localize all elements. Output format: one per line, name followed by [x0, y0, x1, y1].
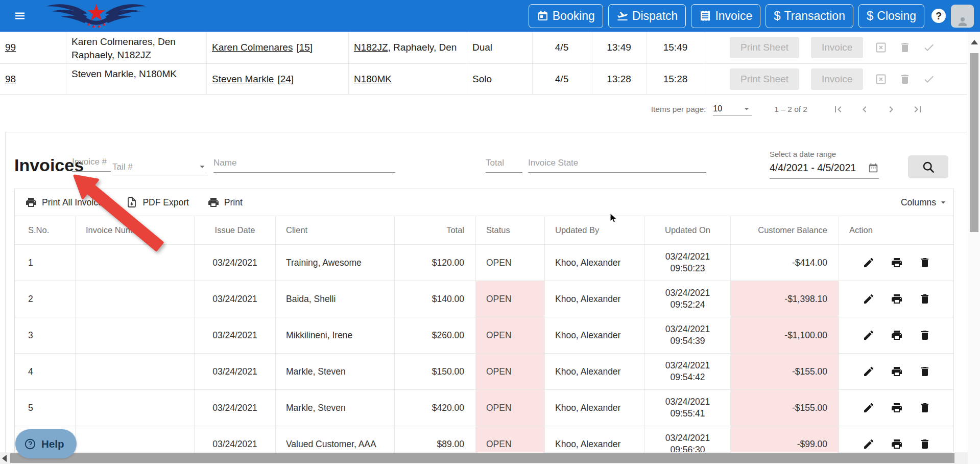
edit-invoice-button[interactable]	[863, 402, 875, 414]
last-page-button[interactable]	[904, 99, 931, 120]
delete-booking-button[interactable]	[899, 73, 911, 85]
check-icon	[923, 41, 935, 54]
help-button[interactable]: Help	[15, 429, 77, 458]
checkin-booking-button[interactable]	[923, 73, 935, 85]
updated-on-cell: 03/24/202109:52:24	[645, 281, 731, 317]
checkin-booking-button[interactable]	[923, 41, 935, 54]
booking-id-link[interactable]: 98	[5, 74, 16, 85]
print-invoice-button[interactable]	[891, 293, 903, 305]
aircraft-link[interactable]: N182JZ	[354, 42, 388, 53]
calendar-icon	[537, 10, 549, 22]
booking-actions-cell: Print SheetInvoice	[705, 32, 967, 63]
delete-invoice-button[interactable]	[919, 438, 931, 450]
person-icon	[957, 15, 969, 28]
print-invoice-button[interactable]	[891, 402, 903, 414]
total-cell: $260.00	[395, 317, 476, 353]
cancel-booking-button[interactable]	[875, 73, 887, 85]
aircraft-others: , Raphaely, Den	[388, 42, 457, 53]
booking-id-link[interactable]: 99	[5, 42, 16, 53]
delete-booking-button[interactable]	[899, 41, 911, 54]
date-range-field[interactable]: Select a date range 4/4/2021 - 4/5/2021	[770, 150, 879, 179]
delete-invoice-button[interactable]	[919, 402, 931, 414]
columns-dropdown[interactable]: Columns	[901, 197, 948, 208]
svg-text:★: ★	[102, 22, 106, 27]
horizontal-scroll-thumb[interactable]	[10, 453, 954, 463]
top-navigation: BookingDispatchInvoice$Transaction$Closi…	[529, 4, 924, 28]
nav-button-dispatch[interactable]: Dispatch	[608, 4, 686, 28]
printer-icon	[25, 196, 37, 208]
booking-id-cell: 98	[0, 64, 66, 94]
invoice-state-input[interactable]	[528, 158, 706, 173]
delete-invoice-button[interactable]	[919, 329, 931, 341]
scroll-left-arrow[interactable]	[2, 455, 7, 462]
delete-invoice-button[interactable]	[919, 365, 931, 378]
search-button[interactable]	[908, 155, 948, 178]
horizontal-scrollbar[interactable]	[0, 452, 968, 464]
pencil-icon	[863, 438, 875, 450]
search-icon	[921, 160, 936, 174]
scroll-up-arrow[interactable]	[971, 40, 978, 44]
menu-button[interactable]	[8, 4, 32, 28]
invoice-number-cell	[76, 354, 195, 389]
help-icon[interactable]: ?	[931, 9, 946, 23]
booking-client-link[interactable]: Karen Colmenares	[212, 42, 293, 53]
chevron-right-button[interactable]	[878, 99, 904, 120]
updated-by-cell: Khoo, Alexander	[545, 245, 645, 281]
updated-on-time: 09:54:39	[670, 335, 705, 347]
column-header: Issue Date	[195, 216, 276, 244]
edit-invoice-button[interactable]	[863, 257, 875, 269]
client-cell: Baida, Shelli	[276, 281, 395, 317]
printer-icon	[891, 293, 903, 305]
nav-button-booking[interactable]: Booking	[529, 4, 603, 28]
booking-client-count-link[interactable]: [15]	[296, 42, 313, 53]
avatar[interactable]	[951, 5, 974, 28]
close-box-icon	[875, 73, 887, 85]
edit-invoice-button[interactable]	[863, 293, 875, 305]
trash-icon	[919, 257, 931, 269]
edit-invoice-button[interactable]	[863, 329, 875, 341]
booking-aircraft-cell: N182JZ, Raphaely, Den	[349, 32, 467, 63]
first-page-button[interactable]	[825, 99, 851, 120]
delete-invoice-button[interactable]	[919, 293, 931, 305]
cancel-booking-button[interactable]	[875, 41, 887, 54]
booking-client-link[interactable]: Steven Markle	[212, 74, 274, 85]
column-header: Updated By	[545, 216, 645, 244]
chevron-left-button[interactable]	[851, 99, 878, 120]
print-invoice-button[interactable]	[891, 438, 903, 450]
toolbar-print-button[interactable]: Print	[207, 196, 243, 208]
svg-text:★: ★	[87, 22, 91, 27]
edit-invoice-button[interactable]	[863, 365, 875, 378]
print-invoice-button[interactable]	[891, 365, 903, 378]
name-input[interactable]	[213, 158, 395, 173]
booking-date-cell: 4/5	[533, 64, 592, 94]
trash-icon	[919, 293, 931, 305]
question-circle-icon	[24, 438, 36, 450]
items-per-page-select[interactable]: 10	[713, 104, 752, 115]
aircraft-link[interactable]: N180MK	[354, 74, 392, 85]
booking-client-count-link[interactable]: [24]	[277, 74, 294, 85]
print-invoice-button[interactable]	[891, 329, 903, 341]
total-input[interactable]	[486, 158, 522, 173]
print-invoice-button[interactable]	[891, 257, 903, 269]
svg-text:★: ★	[92, 24, 96, 29]
delete-invoice-button[interactable]	[919, 257, 931, 269]
customer-balance-cell: -$1,398.10	[731, 281, 839, 317]
columns-label: Columns	[901, 197, 936, 208]
nav-button-invoice[interactable]: Invoice	[691, 4, 760, 28]
updated-on-date: 03/24/2021	[665, 432, 710, 444]
nav-button-closing[interactable]: $Closing	[858, 4, 924, 28]
app-logo[interactable]: ★★ ★★	[39, 0, 154, 32]
client-cell: Mikkilineni, Irene	[276, 317, 395, 353]
nav-button-transaction[interactable]: $Transaction	[766, 4, 853, 28]
edit-invoice-button[interactable]	[863, 438, 875, 450]
nav-button-label: Dispatch	[632, 9, 678, 23]
invoice-button: Invoice	[811, 37, 863, 58]
action-cell	[839, 390, 953, 426]
annotation-arrow	[57, 169, 170, 258]
vertical-scrollbar[interactable]	[968, 32, 980, 452]
nav-button-label: Transaction	[784, 9, 845, 23]
updated-on-time: 09:55:41	[670, 408, 705, 420]
topbar: ★★ ★★ BookingDispatchInvoice$Transaction…	[0, 0, 980, 32]
svg-text:★: ★	[97, 24, 101, 29]
vertical-scroll-thumb[interactable]	[970, 53, 978, 232]
